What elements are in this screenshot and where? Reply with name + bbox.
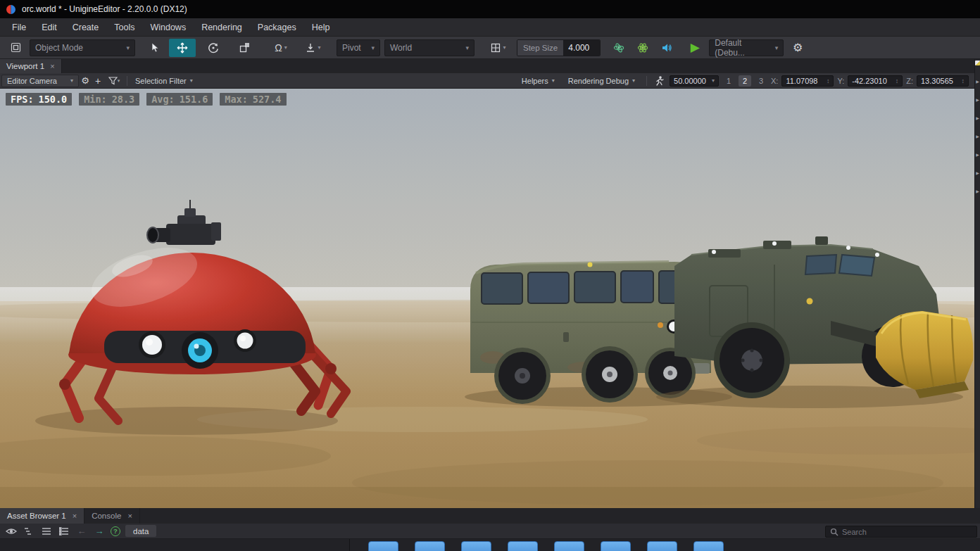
- rendering-debug-dropdown[interactable]: Rendering Debug ▾: [563, 75, 640, 87]
- z-coordinate-field[interactable]: 13.30565 ↕: [917, 75, 969, 87]
- history-back-button[interactable]: ←: [75, 525, 88, 538]
- asset-tree-pane[interactable]: [0, 539, 350, 551]
- panel-icon[interactable]: [975, 61, 980, 65]
- speaker-icon: [662, 43, 672, 53]
- help-button[interactable]: ?: [111, 526, 120, 536]
- breadcrumb[interactable]: data: [125, 525, 156, 537]
- expand-arrow-icon[interactable]: ▶: [976, 170, 979, 175]
- chevron-down-icon: ▾: [190, 77, 193, 84]
- run-settings-button[interactable]: ⚙: [788, 39, 808, 57]
- speed-preset-1[interactable]: 1: [722, 75, 735, 87]
- expand-arrow-icon[interactable]: ▶: [976, 79, 979, 84]
- selection-filter-dropdown[interactable]: Selection Filter ▾: [130, 75, 198, 87]
- asset-folder-icon[interactable]: [647, 541, 677, 551]
- menu-edit[interactable]: Edit: [34, 18, 65, 36]
- world-basis-dropdown[interactable]: World ▾: [384, 39, 475, 56]
- gear-icon: ⚙: [793, 41, 803, 54]
- viewport-3d-scene[interactable]: [0, 89, 974, 508]
- camera-dropdown[interactable]: Editor Camera ▾: [1, 75, 79, 87]
- speed-preset-2[interactable]: 2: [739, 75, 751, 87]
- tab-asset-browser[interactable]: Asset Browser 1 ×: [0, 508, 84, 524]
- close-icon[interactable]: ×: [73, 512, 77, 520]
- menu-rendering[interactable]: Rendering: [194, 18, 250, 36]
- unigine-logo-icon: [6, 4, 16, 15]
- drag-handle-icon[interactable]: ↕: [896, 77, 899, 84]
- snap-toggle-button[interactable]: Ω ▾: [268, 39, 294, 57]
- camera-speed-button[interactable]: [653, 75, 666, 87]
- expand-arrow-icon[interactable]: ▶: [976, 189, 979, 194]
- speed-preset-3[interactable]: 3: [755, 75, 767, 87]
- object-mode-icon-button[interactable]: [6, 39, 25, 57]
- play-button[interactable]: ▶: [685, 39, 705, 57]
- flat-view-button[interactable]: [58, 525, 70, 538]
- expand-arrow-icon[interactable]: ▶: [976, 115, 979, 120]
- x-axis-label: X:: [771, 77, 778, 85]
- object-mode-dropdown[interactable]: Object Mode ▾: [30, 39, 135, 56]
- expand-arrow-icon[interactable]: ▶: [976, 134, 979, 139]
- filter-icon: [108, 76, 118, 85]
- step-size-input[interactable]: [563, 40, 600, 56]
- chevron-down-icon: ▾: [503, 44, 505, 51]
- drag-handle-icon[interactable]: ↕: [827, 77, 830, 84]
- grid-snap-button[interactable]: ▾: [484, 39, 513, 57]
- physics-toggle-button[interactable]: [609, 39, 629, 57]
- y-coordinate-field[interactable]: -42.23010 ↕: [848, 75, 903, 87]
- asset-folder-icon[interactable]: [554, 541, 584, 551]
- tree-view-button[interactable]: [23, 525, 35, 538]
- asset-folder-icon[interactable]: [693, 541, 724, 551]
- tab-console[interactable]: Console ×: [84, 508, 140, 524]
- asset-folder-icon[interactable]: [601, 541, 631, 551]
- menu-windows[interactable]: Windows: [142, 18, 194, 36]
- sound-toggle-button[interactable]: [657, 39, 677, 57]
- asset-thumbnails: [350, 539, 724, 551]
- run-preset-dropdown[interactable]: Default (Debu... ▾: [709, 39, 784, 56]
- add-camera-button[interactable]: +: [92, 75, 104, 87]
- move-tool-icon: [177, 42, 188, 53]
- chevron-down-icon: ▾: [371, 44, 375, 51]
- list-view-button[interactable]: [40, 525, 53, 538]
- asset-folder-icon[interactable]: [508, 541, 538, 551]
- viewport-toolbar-right: Helpers ▾ Rendering Debug ▾ 50.00000 ▾ 1…: [517, 75, 973, 87]
- title-bar: orc.world * - UnigineEditor - 2.20.0.0 (…: [0, 0, 980, 18]
- expand-arrow-icon[interactable]: ▶: [976, 152, 979, 157]
- asset-folder-icon[interactable]: [461, 541, 491, 551]
- gear-icon: ⚙: [81, 75, 89, 86]
- menu-file[interactable]: File: [4, 18, 34, 36]
- rotate-tool-button[interactable]: [200, 39, 227, 57]
- collapsed-panel-strip[interactable]: ▶ ▶ ▶ ▶ ▶ ▶ ▶: [974, 59, 980, 508]
- drag-handle-icon[interactable]: ↕: [962, 77, 965, 84]
- select-tool-button[interactable]: [145, 39, 165, 57]
- history-forward-button[interactable]: →: [93, 525, 106, 538]
- visibility-toggle-button[interactable]: [5, 525, 18, 538]
- menu-packages[interactable]: Packages: [250, 18, 304, 36]
- viewport-3d[interactable]: FPS: 150.0 Min: 28.3 Avg: 151.6 Max: 527…: [0, 89, 974, 508]
- filter-button[interactable]: ▾: [104, 75, 124, 87]
- fps-value: 150.0: [39, 94, 68, 105]
- menu-help[interactable]: Help: [304, 18, 338, 36]
- tab-viewport-1[interactable]: Viewport 1 ×: [0, 59, 62, 73]
- tree-view-icon: [24, 527, 34, 536]
- asset-browser-tab-label: Asset Browser 1: [7, 512, 66, 520]
- x-coordinate-field[interactable]: 11.07098 ↕: [781, 75, 834, 87]
- menu-tools[interactable]: Tools: [106, 18, 142, 36]
- run-preset-label: Default (Debu...: [715, 38, 770, 58]
- menu-create[interactable]: Create: [65, 18, 107, 36]
- max-label: Max:: [225, 94, 248, 105]
- close-icon[interactable]: ×: [50, 62, 54, 70]
- move-tool-button[interactable]: [169, 39, 196, 57]
- pivot-dropdown[interactable]: Pivot ▾: [337, 39, 380, 56]
- chevron-down-icon: ▾: [632, 77, 635, 84]
- object-mode-label: Object Mode: [35, 43, 83, 53]
- simulation-toggle-button[interactable]: [633, 39, 653, 57]
- scale-tool-button[interactable]: [231, 39, 258, 57]
- drop-to-ground-button[interactable]: ▾: [299, 39, 328, 57]
- camera-speed-field[interactable]: 50.00000 ▾: [670, 75, 719, 87]
- asset-folder-icon[interactable]: [415, 541, 445, 551]
- expand-arrow-icon[interactable]: ▶: [976, 97, 979, 102]
- camera-settings-button[interactable]: ⚙: [79, 75, 92, 87]
- asset-folder-icon[interactable]: [368, 541, 398, 551]
- console-tab-label: Console: [92, 512, 121, 520]
- helpers-dropdown[interactable]: Helpers ▾: [517, 75, 560, 87]
- search-input[interactable]: [842, 528, 972, 536]
- close-icon[interactable]: ×: [127, 512, 132, 520]
